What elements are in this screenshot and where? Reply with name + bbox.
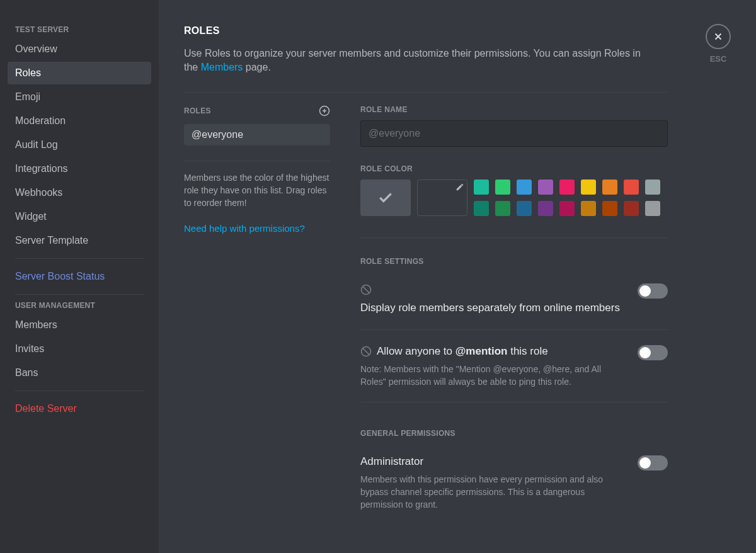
sidebar-divider xyxy=(15,294,144,295)
sidebar-item-bans[interactable]: Bans xyxy=(8,362,151,384)
color-swatch[interactable] xyxy=(559,201,575,216)
prohibited-icon xyxy=(360,284,372,295)
close-icon xyxy=(713,31,724,42)
toggle-administrator[interactable] xyxy=(638,455,668,470)
sidebar-divider xyxy=(15,258,144,259)
sidebar-item-server-template[interactable]: Server Template xyxy=(8,229,151,252)
color-swatch[interactable] xyxy=(495,180,510,195)
setting-label-after: this role xyxy=(507,345,547,357)
permission-administrator: Administrator Members with this permissi… xyxy=(360,454,668,511)
prohibited-icon xyxy=(360,346,372,357)
sidebar-item-overview[interactable]: Overview xyxy=(8,38,151,60)
color-swatch[interactable] xyxy=(495,201,510,216)
page-title: ROLES xyxy=(184,25,731,37)
color-swatch[interactable] xyxy=(602,180,617,195)
close-button[interactable] xyxy=(706,24,731,49)
roles-list-label: ROLES xyxy=(184,106,211,115)
setting-label-bold: @mention xyxy=(455,345,508,357)
sidebar-item-widget[interactable]: Widget xyxy=(8,205,151,228)
roles-hint: Members use the color of the highest rol… xyxy=(184,171,330,209)
role-name-input[interactable] xyxy=(360,120,668,147)
sidebar-item-members[interactable]: Members xyxy=(8,314,151,336)
page-description: Use Roles to organize your server member… xyxy=(184,47,644,74)
sidebar-item-moderation[interactable]: Moderation xyxy=(8,110,151,132)
divider xyxy=(184,92,668,93)
setting-allow-mention: Allow anyone to @mention this role Note:… xyxy=(360,344,668,388)
sidebar-item-audit-log[interactable]: Audit Log xyxy=(8,134,151,156)
color-swatch[interactable] xyxy=(645,201,660,216)
add-role-icon[interactable] xyxy=(319,105,330,117)
page-desc-after: page. xyxy=(243,62,270,72)
color-swatch[interactable] xyxy=(538,201,553,216)
color-swatch[interactable] xyxy=(538,180,553,195)
color-swatch[interactable] xyxy=(624,201,639,216)
color-swatch[interactable] xyxy=(581,180,596,195)
divider xyxy=(360,237,668,238)
sidebar-item-roles[interactable]: Roles xyxy=(8,62,151,84)
sidebar-divider xyxy=(15,391,144,391)
sidebar-item-emoji[interactable]: Emoji xyxy=(8,86,151,108)
setting-display-separately: Display role members separately from onl… xyxy=(360,282,668,316)
role-list-item-everyone[interactable]: @everyone xyxy=(184,124,330,145)
sidebar-item-invites[interactable]: Invites xyxy=(8,338,151,360)
color-swatch[interactable] xyxy=(517,180,532,195)
main-content: ESC ROLES Use Roles to organize your ser… xyxy=(159,0,756,553)
permission-description: Members with this permission have every … xyxy=(360,473,625,511)
color-swatch[interactable] xyxy=(474,180,489,195)
sidebar-item-integrations[interactable]: Integrations xyxy=(8,157,151,180)
sidebar-item-delete-server[interactable]: Delete Server xyxy=(8,397,151,420)
color-swatch[interactable] xyxy=(559,180,575,195)
setting-label-before: Allow anyone to xyxy=(377,345,455,357)
color-swatch[interactable] xyxy=(624,180,639,195)
sidebar: TEST SERVER Overview Roles Emoji Moderat… xyxy=(0,0,159,553)
color-swatch[interactable] xyxy=(581,201,596,216)
permission-title: Administrator xyxy=(360,454,423,469)
setting-note: Note: Members with the "Mention @everyon… xyxy=(360,363,625,388)
color-swatch[interactable] xyxy=(517,201,532,216)
role-color-label: ROLE COLOR xyxy=(360,164,668,173)
sidebar-header-server: TEST SERVER xyxy=(8,25,151,38)
sidebar-header-user-mgmt: USER MANAGEMENT xyxy=(8,301,151,314)
close-area: ESC xyxy=(706,24,731,64)
divider xyxy=(360,329,668,330)
roles-list-column: ROLES @everyone Members use the color of… xyxy=(184,105,330,511)
role-settings-header: ROLE SETTINGS xyxy=(360,257,668,266)
color-swatch-default[interactable] xyxy=(360,180,411,216)
esc-label: ESC xyxy=(710,54,727,64)
sidebar-item-webhooks[interactable]: Webhooks xyxy=(8,181,151,204)
sidebar-item-boost-status[interactable]: Server Boost Status xyxy=(8,265,151,288)
toggle-display-separately[interactable] xyxy=(638,283,668,299)
eyedropper-icon xyxy=(455,183,464,191)
color-swatch[interactable] xyxy=(645,180,660,195)
color-swatch-custom[interactable] xyxy=(417,180,467,216)
check-icon xyxy=(377,190,394,206)
general-permissions-header: GENERAL PERMISSIONS xyxy=(360,429,668,438)
color-swatch[interactable] xyxy=(602,201,617,216)
role-name-label: ROLE NAME xyxy=(360,105,668,114)
divider xyxy=(184,161,330,161)
toggle-allow-mention[interactable] xyxy=(638,345,668,360)
color-swatch[interactable] xyxy=(474,201,489,216)
members-link[interactable]: Members xyxy=(201,62,243,72)
divider xyxy=(360,402,668,402)
permissions-help-link[interactable]: Need help with permissions? xyxy=(184,223,330,234)
setting-label: Display role members separately from onl… xyxy=(360,300,620,316)
role-detail-column: ROLE NAME ROLE COLOR xyxy=(360,105,668,511)
